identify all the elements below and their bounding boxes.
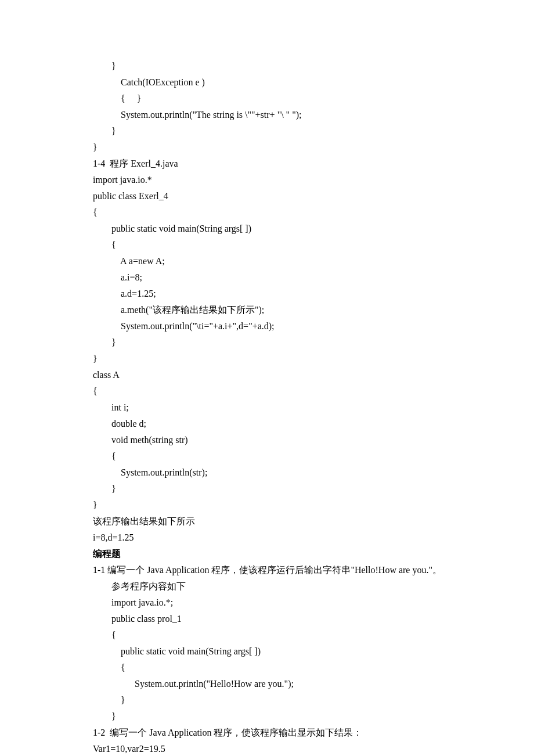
code-line: { <box>93 386 98 396</box>
text-line: 参考程序内容如下 <box>93 581 186 591</box>
code-line: { <box>93 663 125 672</box>
code-line: } <box>93 142 98 152</box>
code-line: a.i=8; <box>93 272 142 282</box>
code-line: } <box>93 337 116 347</box>
code-line: { <box>93 207 98 217</box>
code-line: System.out.println("The string is \""+st… <box>93 110 301 120</box>
document-page: } Catch(IOException e ) { } System.out.p… <box>0 0 534 756</box>
code-line: { <box>93 630 116 640</box>
code-line: import java.io.* <box>93 175 152 185</box>
code-line: A a=new A; <box>93 256 165 266</box>
code-line: } <box>93 484 116 494</box>
code-line: public class Exerl_4 <box>93 191 168 201</box>
code-line: public class prol_1 <box>93 614 182 624</box>
code-line: } <box>93 695 125 705</box>
text-line: Var1=10,var2=19.5 <box>93 744 165 754</box>
code-line: public static void main(String args[ ]) <box>93 224 251 233</box>
code-line: } <box>93 500 98 510</box>
text-line: 1-2 编写一个 Java Application 程序，使该程序输出显示如下结… <box>93 728 362 737</box>
code-line: System.out.println(str); <box>93 467 207 477</box>
text-line: i=8,d=1.25 <box>93 532 134 542</box>
code-line: { <box>93 451 116 461</box>
text-line: 该程序输出结果如下所示 <box>93 516 195 526</box>
code-line: } <box>93 61 116 71</box>
code-line: } <box>93 126 116 136</box>
code-line: int i; <box>93 402 129 412</box>
text-line: 1-1 编写一个 Java Application 程序，使该程序运行后输出字符… <box>93 565 442 575</box>
code-line: class A <box>93 370 120 380</box>
text-line: 1-4 程序 Exerl_4.java <box>93 159 178 168</box>
code-line: public static void main(String args[ ]) <box>93 646 261 656</box>
section-heading: 编程题 <box>93 549 121 559</box>
code-line: Catch(IOException e ) <box>93 77 205 87</box>
code-line: System.out.println("\ti="+a.i+",d="+a.d)… <box>93 321 275 331</box>
code-line: } <box>93 711 116 721</box>
code-line: void meth(string str) <box>93 435 188 445</box>
code-line: import java.io.*; <box>93 597 173 607</box>
code-line: } <box>93 354 98 363</box>
code-line: { <box>93 240 116 250</box>
code-line: { } <box>93 93 141 103</box>
code-line: a.meth("该程序输出结果如下所示"); <box>93 305 264 315</box>
code-line: System.out.println("Hello!How are you.")… <box>93 679 294 689</box>
code-line: a.d=1.25; <box>93 289 156 298</box>
code-line: double d; <box>93 419 146 429</box>
